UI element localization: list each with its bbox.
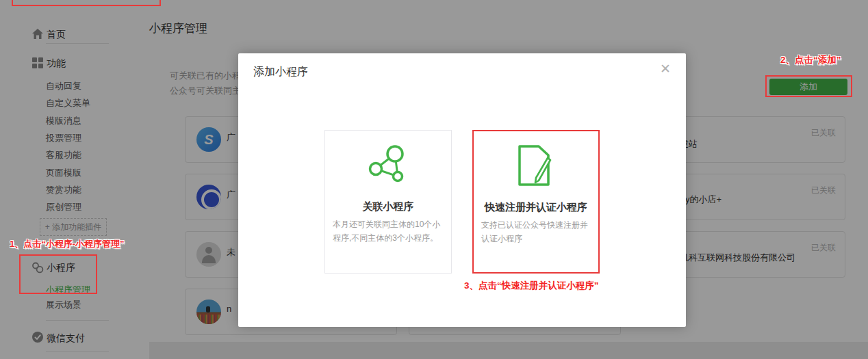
annotation-box-step2 [765, 75, 852, 97]
card-title: 关联小程序 [325, 200, 451, 213]
card-description: 支持已认证公众号快速注册并认证小程序 [481, 219, 591, 246]
annotation-step1: 1、点击“小程序-小程序管理” [10, 238, 125, 250]
network-nodes-icon [325, 144, 451, 188]
annotation-box-step1 [19, 254, 97, 294]
modal-title: 添加小程序 [253, 65, 308, 79]
card-description: 本月还可关联同主体的10个小程序,不同主体的3个小程序。 [333, 218, 444, 245]
wechat-mp-admin-page: 首页 功能 自动回复 自定义菜单 模版消息 投票管理 客服功能 页面模版 赞赏功… [0, 0, 868, 359]
quick-register-card[interactable]: 快速注册并认证小程序 支持已认证公众号快速注册并认证小程序 [472, 130, 600, 274]
close-icon[interactable]: ✕ [660, 62, 671, 75]
link-miniprogram-card[interactable]: 关联小程序 本月还可关联同主体的10个小程序,不同主体的3个小程序。 [324, 130, 452, 274]
card-title: 快速注册并认证小程序 [474, 201, 598, 214]
document-pencil-icon [474, 145, 598, 189]
annotation-step2: 2、点击“添加” [780, 54, 841, 66]
annotation-box-top [12, 0, 161, 6]
add-miniprogram-modal: 添加小程序 ✕ 关联小程序 本月还可关联同主体的10个小程序,不同主体的3个小程… [238, 53, 686, 327]
annotation-step3: 3、点击“快速注册并认证小程序” [464, 280, 599, 292]
